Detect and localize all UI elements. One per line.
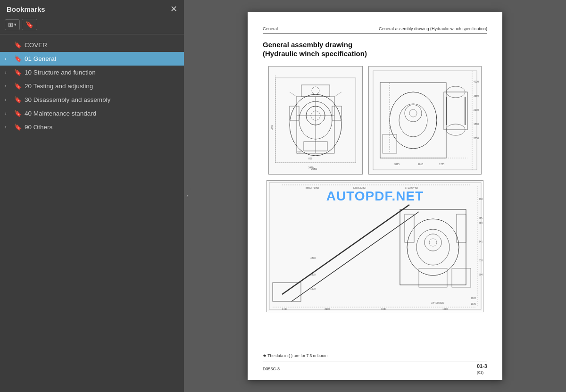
page-container: General General assembly drawing (Hydrau… [248,12,502,380]
sidebar-divider [0,34,184,34]
svg-point-51 [424,234,441,251]
svg-text:8500(7300): 8500(7300) [306,186,319,189]
svg-point-49 [407,219,459,275]
svg-text:8500: 8500 [479,221,483,224]
collapse-panel-button[interactable]: ‹ [184,188,191,205]
svg-text:2610: 2610 [418,163,423,166]
svg-text:A44002827: A44002827 [431,301,444,304]
svg-text:1410: 1410 [479,240,483,243]
bookmark-icon-90-others: 🔖 [14,124,22,131]
bookmark-icon-01-general: 🔖 [14,55,22,62]
svg-text:2305: 2305 [310,273,316,276]
svg-drawing-right-top: 4020 3550 2930 1880 3750 3925 2610 1725 [371,68,479,172]
svg-text:3430: 3430 [381,308,386,310]
svg-text:7300: 7300 [479,198,483,200]
svg-text:5047: 5047 [479,273,483,276]
svg-point-52 [429,239,437,246]
drawings-area: 2550 3410 1800 (0101) 066 [263,66,487,312]
bookmark-list: 🔖 COVER › 🔖 01 General › 🔖 10 Structure … [0,36,184,392]
sidebar-item-90-others[interactable]: › 🔖 90 Others [0,120,184,134]
svg-text:3550: 3550 [474,94,479,97]
footer-bottom: D355C-3 01-3 (01) [263,361,487,375]
sidebar-toolbar: ⊞ ▾ 🔖 [0,17,184,34]
page-number-main: 01-3 [477,363,487,369]
svg-rect-55 [273,283,301,301]
bookmark-icon-10-structure: 🔖 [14,69,22,76]
page-header-right: General assembly drawing (Hydraulic winc… [379,26,487,31]
page-header-left: General [263,26,278,31]
bookmark-icon: 🔖 [25,21,33,28]
chevron-40-maintenance: › [5,111,11,116]
drawing-left-top: 2550 3410 1800 (0101) 066 [268,66,363,175]
chevron-30-disassembly: › [5,97,11,102]
svg-drawing-bottom: 8500(7300) 3350(3080) 7710(6440) 7300 MA… [268,181,483,311]
svg-rect-76 [452,268,471,287]
sidebar-item-label-20-testing: 20 Testing and adjusting [25,83,179,90]
bookmark-icon-20-testing: 🔖 [14,83,22,90]
document-id: D355C-3 [263,367,280,371]
svg-line-16 [290,92,297,97]
top-drawings: 2550 3410 1800 (0101) 066 [263,66,487,175]
sidebar-item-20-testing[interactable]: › 🔖 20 Testing and adjusting [0,79,184,93]
bookmark-icon-button[interactable]: 🔖 [22,19,37,30]
bookmark-icon-cover: 🔖 [14,42,22,49]
svg-rect-54 [457,214,466,242]
page-title-block: General assembly drawing (Hydraulic winc… [263,40,487,58]
svg-drawing-left-top: 2550 3410 1800 (0101) 066 [271,68,360,172]
footer-note: ★ The data in ( ) are for 7.3 m boom. [263,353,487,358]
collapse-icon: ‹ [186,193,188,199]
drawing-right-top: 4020 3550 2930 1880 3750 3925 2610 1725 [368,66,482,175]
sidebar-item-label-10-structure: 10 Structure and function [25,69,179,76]
sidebar-header: Bookmarks ✕ [0,0,184,17]
chevron-10-structure: › [5,70,11,75]
svg-rect-8 [290,106,299,120]
sidebar-item-01-general[interactable]: › 🔖 01 General [0,52,184,66]
sidebar-item-label-01-general: 01 General [25,55,179,62]
sidebar-item-10-structure[interactable]: › 🔖 10 Structure and function [0,66,184,79]
svg-point-26 [405,105,422,122]
svg-text:4020: 4020 [474,80,479,83]
svg-text:1460: 1460 [282,308,287,310]
svg-point-25 [399,104,427,137]
svg-text:4370: 4370 [310,257,316,259]
page-title: General assembly drawing (Hydraulic winc… [263,40,487,58]
svg-rect-75 [419,268,447,287]
svg-text:1880: 1880 [474,123,479,125]
svg-text:7710(6440): 7710(6440) [405,186,418,189]
sidebar: Bookmarks ✕ ⊞ ▾ 🔖 🔖 COVER › 🔖 01 General… [0,0,184,392]
svg-text:3410: 3410 [308,166,313,169]
drawing-bottom: 8500(7300) 3350(3080) 7710(6440) 7300 MA… [266,180,483,312]
svg-point-50 [416,229,449,265]
svg-rect-9 [332,106,341,120]
bookmark-icon-40-maintenance: 🔖 [14,110,22,117]
sidebar-item-label-90-others: 90 Others [25,124,179,131]
page-footer: ★ The data in ( ) are for 7.3 m boom. D3… [263,353,487,375]
svg-text:1010: 1010 [442,308,448,310]
svg-text:1920: 1920 [471,302,476,305]
sidebar-item-label-30-disassembly: 30 Disassembly and assembly [25,96,179,103]
svg-text:3100: 3100 [325,308,330,310]
svg-text:2930: 2930 [474,108,479,111]
expand-collapse-button[interactable]: ⊞ ▾ [5,19,20,30]
svg-text:1570: 1570 [310,287,316,290]
svg-line-46 [282,205,409,294]
sidebar-item-cover[interactable]: 🔖 COVER [0,38,184,52]
svg-line-17 [334,92,341,97]
svg-rect-22 [373,71,477,170]
page-number-sub: (01) [477,370,483,375]
svg-text:1020: 1020 [471,297,476,300]
sidebar-item-40-maintenance[interactable]: › 🔖 40 Maintenance standard [0,107,184,120]
sidebar-title: Bookmarks [7,5,45,13]
svg-point-19 [312,87,319,94]
sidebar-item-30-disassembly[interactable]: › 🔖 30 Disassembly and assembly [0,93,184,107]
chevron-20-testing: › [5,83,11,89]
svg-rect-23 [380,83,446,158]
page-title-line2: (Hydraulic winch specification) [263,50,367,58]
sidebar-item-label-40-maintenance: 40 Maintenance standard [25,110,179,117]
svg-text:3350(3080): 3350(3080) [353,186,366,189]
main-content: General General assembly drawing (Hydrau… [184,0,566,392]
chevron-01-general: › [5,56,11,61]
page-header: General General assembly drawing (Hydrau… [263,26,487,33]
svg-text:MAX: MAX [479,217,483,219]
close-button[interactable]: ✕ [170,5,177,13]
